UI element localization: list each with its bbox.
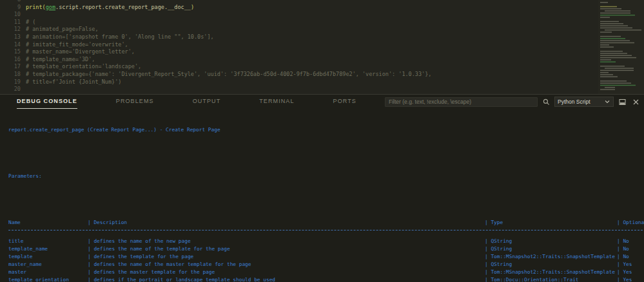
- code-token: # template_name='3D',: [26, 56, 95, 62]
- table-header-cell: Type: [485, 219, 617, 227]
- console-filter-input[interactable]: [385, 97, 538, 107]
- console-intro-line: report.create_report_page (Create Report…: [8, 126, 644, 134]
- code-text: [26, 11, 644, 19]
- line-number: 16: [0, 56, 21, 64]
- code-line: 14# imitate_fit_mode='overwrite',: [0, 41, 644, 49]
- table-cell: title: [8, 238, 88, 245]
- line-number: 9: [0, 4, 21, 12]
- line-number: 17: [0, 63, 21, 71]
- table-cell: QString: [485, 245, 617, 253]
- code-line: 11# (: [0, 19, 644, 26]
- blank-line: [8, 196, 644, 203]
- table-cell: defines the name of the template for the…: [88, 245, 485, 253]
- code-token: # imitate_fit_mode='overwrite',: [26, 41, 128, 48]
- table-row: template_namedefines the name of the tem…: [8, 245, 644, 253]
- code-text: [26, 86, 644, 93]
- code-line: 9print(gom.script.report.create_report_p…: [0, 4, 644, 12]
- code-line: 20: [0, 86, 644, 93]
- table-header-cell: Description: [88, 219, 485, 227]
- code-token: gom: [46, 4, 55, 10]
- code-line: 17# template_orientation='landscape',: [0, 63, 644, 71]
- parameters-table: NameDescriptionTypeOptionaltitledefines …: [8, 219, 644, 282]
- table-cell: No: [617, 253, 644, 261]
- code-token: ): [191, 4, 194, 10]
- table-cell: Tom::MSnapshot2::Traits::SnapshotTemplat…: [485, 268, 617, 276]
- code-text: # animated_page=False,: [26, 26, 644, 33]
- tab-output[interactable]: OUTPUT: [193, 95, 221, 109]
- table-cell: defines the template for the page: [88, 253, 485, 261]
- table-row: masterdefines the master template for th…: [8, 268, 644, 276]
- code-line: 19# title=f'Joint {Joint_Num}'): [0, 79, 644, 86]
- code-token: # (: [26, 19, 35, 25]
- code-token: # template_orientation='landscape',: [26, 63, 141, 70]
- code-text: # template_orientation='landscape',: [26, 63, 644, 71]
- parameters-label: Parameters:: [8, 173, 644, 180]
- search-icon: [541, 97, 551, 107]
- table-row: titledefines the name of the new pageQSt…: [8, 238, 644, 245]
- table-cell: Tom::Docu::Orientation::Trait: [485, 276, 617, 282]
- table-cell: Tom::MSnapshot2::Traits::SnapshotTemplat…: [485, 253, 617, 261]
- line-number: 20: [0, 86, 21, 93]
- code-token: # animation=['snapshot frame 0', 'Along …: [26, 33, 214, 40]
- code-line: 15# master_name='Divergent_letter',: [0, 48, 644, 56]
- table-cell: Yes: [617, 268, 644, 276]
- line-number: 13: [0, 33, 21, 41]
- separator-line: [8, 230, 643, 230]
- table-row: template_orientationdefines if the portr…: [8, 276, 644, 282]
- line-number: 11: [0, 19, 21, 26]
- table-cell: No: [617, 245, 644, 253]
- table-cell: template_name: [8, 245, 88, 253]
- code-text: # title=f'Joint {Joint_Num}'): [26, 79, 644, 86]
- line-number: 10: [0, 11, 21, 19]
- table-cell: template: [8, 253, 88, 261]
- panel-layout-icon[interactable]: [617, 97, 627, 107]
- panel-tab-bar-tabs: DEBUG CONSOLEPROBLEMSOUTPUTTERMINALPORTS: [0, 95, 356, 109]
- panel-tab-bar: DEBUG CONSOLEPROBLEMSOUTPUTTERMINALPORTS…: [0, 95, 644, 109]
- code-line: 16# template_name='3D',: [0, 56, 644, 64]
- table-cell: defines the name of the master template …: [88, 261, 485, 268]
- table-cell: Yes: [617, 261, 644, 268]
- tab-terminal[interactable]: TERMINAL: [259, 95, 294, 109]
- debug-console-output[interactable]: report.create_report_page (Create Report…: [0, 109, 644, 282]
- minimap[interactable]: [598, 0, 644, 94]
- line-number: 14: [0, 41, 21, 49]
- code-token: # animated_page=False,: [26, 26, 99, 32]
- debug-session-value: Python Script: [558, 99, 590, 105]
- code-text: # imitate_fit_mode='overwrite',: [26, 41, 644, 49]
- line-number: 15: [0, 48, 21, 56]
- line-number: 19: [0, 79, 21, 86]
- table-cell: master_name: [8, 261, 88, 268]
- code-token: print: [26, 4, 43, 10]
- chevron-down-icon: [604, 99, 610, 105]
- tab-problems[interactable]: PROBLEMS: [116, 95, 154, 109]
- debug-session-select[interactable]: Python Script: [554, 97, 614, 107]
- table-cell: defines the name of the new page: [88, 238, 485, 245]
- close-panel-icon[interactable]: [630, 97, 641, 107]
- code-text: # (: [26, 19, 644, 26]
- code-token: # master_name='Divergent_letter',: [26, 48, 135, 55]
- table-header-row: NameDescriptionTypeOptional: [8, 219, 644, 227]
- code-token: .script.report.create_report_page.__doc_…: [55, 4, 191, 10]
- panel-controls: Python Script: [385, 97, 644, 107]
- code-text: # template_package={'name': 'Divergent_R…: [26, 71, 644, 79]
- table-cell: defines if the portrait or landscape tem…: [88, 276, 485, 282]
- table-cell: master: [8, 268, 88, 276]
- table-cell: Yes: [617, 276, 644, 282]
- table-cell: defines the master template for the page: [88, 268, 485, 276]
- editor-code-lines: 89print(gom.script.report.create_report_…: [0, 0, 644, 93]
- bottom-panel: DEBUG CONSOLEPROBLEMSOUTPUTTERMINALPORTS…: [0, 94, 644, 282]
- line-number: 18: [0, 71, 21, 79]
- table-cell: QString: [485, 261, 617, 268]
- code-token: # title=f'Joint {Joint_Num}'): [26, 79, 121, 85]
- table-separator: [8, 230, 644, 238]
- editor-region[interactable]: 89print(gom.script.report.create_report_…: [0, 0, 644, 94]
- line-number: 12: [0, 26, 21, 33]
- vscode-window: 89print(gom.script.report.create_report_…: [0, 0, 644, 282]
- table-row: templatedefines the template for the pag…: [8, 253, 644, 261]
- tab-ports[interactable]: PORTS: [333, 95, 356, 109]
- code-text: # master_name='Divergent_letter',: [26, 48, 644, 56]
- table-cell: No: [617, 238, 644, 245]
- code-line: 13# animation=['snapshot frame 0', 'Alon…: [0, 33, 644, 41]
- tab-debug-console[interactable]: DEBUG CONSOLE: [17, 95, 77, 109]
- code-text: # template_name='3D',: [26, 56, 644, 64]
